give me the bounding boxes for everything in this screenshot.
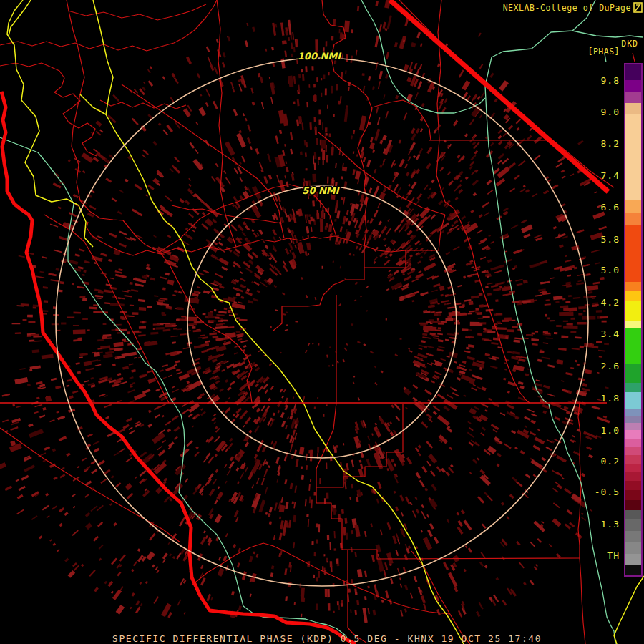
radar-echo-speckle xyxy=(459,69,464,78)
radar-echo-speckle xyxy=(243,425,245,428)
radar-echo-speckle xyxy=(306,243,311,250)
radar-echo-speckle xyxy=(527,368,530,370)
radar-echo-speckle xyxy=(305,152,307,157)
radar-echo-speckle xyxy=(316,77,318,82)
radar-echo-speckle xyxy=(18,486,25,492)
radar-echo-speckle xyxy=(420,293,424,296)
radar-echo-speckle xyxy=(331,86,333,94)
radar-echo-speckle xyxy=(163,497,170,504)
radar-echo-speckle xyxy=(179,374,190,381)
radar-echo-speckle xyxy=(401,512,404,517)
radar-echo-speckle xyxy=(441,468,446,473)
radar-echo-speckle xyxy=(117,211,122,215)
colorbar-segment xyxy=(625,439,641,447)
radar-echo-speckle xyxy=(195,149,199,154)
radar-echo-speckle xyxy=(94,352,100,357)
radar-echo-speckle xyxy=(512,268,515,270)
radar-echo-speckle xyxy=(133,331,139,333)
radar-echo-speckle xyxy=(479,64,484,69)
radar-echo-speckle xyxy=(370,351,374,353)
radar-echo-speckle xyxy=(59,507,64,512)
radar-echo-speckle xyxy=(135,283,144,287)
radar-echo-speckle xyxy=(421,530,423,532)
radar-echo-speckle xyxy=(56,411,59,414)
radar-echo-speckle xyxy=(127,493,134,499)
radar-echo-speckle xyxy=(511,224,519,229)
radar-echo-speckle xyxy=(495,299,498,302)
radar-echo-speckle xyxy=(376,544,381,552)
radar-echo-speckle xyxy=(240,340,248,343)
radar-echo-speckle xyxy=(348,87,350,91)
radar-echo-speckle xyxy=(321,140,326,148)
radar-echo-speckle xyxy=(437,415,450,426)
radar-echo-speckle xyxy=(399,338,401,340)
radar-echo-speckle xyxy=(2,394,10,397)
radar-echo-speckle xyxy=(389,421,392,424)
radar-echo-speckle xyxy=(415,447,419,452)
radar-echo-speckle xyxy=(542,356,550,359)
radar-echo-speckle xyxy=(228,396,230,399)
radar-echo-speckle xyxy=(172,325,177,326)
radar-echo-speckle xyxy=(354,525,360,537)
radar-echo-speckle xyxy=(469,118,475,125)
radar-echo-speckle xyxy=(152,565,155,568)
radar-echo-speckle xyxy=(358,397,361,401)
radar-echo-speckle xyxy=(565,255,567,258)
radar-echo-speckle xyxy=(515,279,522,282)
radar-echo-speckle xyxy=(434,537,439,544)
radar-echo-speckle xyxy=(139,326,146,329)
product-units-label: [PHAS] xyxy=(587,47,620,57)
colorbar-segment xyxy=(625,531,641,542)
radar-echo-speckle xyxy=(513,249,522,254)
radar-echo-speckle xyxy=(448,467,454,473)
radar-echo-speckle xyxy=(129,430,135,434)
radar-echo-speckle xyxy=(29,429,44,438)
colorbar-segment xyxy=(625,447,641,455)
radar-echo-speckle xyxy=(211,417,216,422)
radar-echo-speckle xyxy=(541,457,546,462)
radar-echo-speckle xyxy=(329,346,331,348)
radar-echo-speckle xyxy=(433,411,437,415)
colorbar-segment xyxy=(625,92,641,103)
radar-echo-speckle xyxy=(418,452,421,456)
radar-echo-speckle xyxy=(179,198,184,203)
radar-echo-speckle xyxy=(267,153,271,162)
radar-echo-speckle xyxy=(472,94,477,100)
radar-echo-speckle xyxy=(397,539,400,545)
radar-echo-speckle xyxy=(127,400,135,404)
radar-echo-speckle xyxy=(448,293,456,296)
radar-echo-speckle xyxy=(189,142,195,149)
radar-echo-speckle xyxy=(167,612,172,618)
radar-echo-speckle xyxy=(210,597,213,600)
radar-echo-speckle xyxy=(132,209,142,217)
radar-echo-speckle xyxy=(305,66,307,72)
radar-echo-speckle xyxy=(238,224,244,231)
radar-echo-speckle xyxy=(555,301,559,303)
radar-echo-speckle xyxy=(251,220,255,224)
colorbar-tick-label: 4.2 xyxy=(601,297,620,308)
radar-echo-speckle xyxy=(602,321,607,323)
radar-echo-speckle xyxy=(109,503,112,506)
radar-echo-speckle xyxy=(160,404,166,408)
radar-echo-speckle xyxy=(87,329,90,331)
radar-echo-speckle xyxy=(453,119,459,126)
radar-echo-speckle xyxy=(344,348,348,351)
radar-echo-speckle xyxy=(487,331,495,333)
radar-echo-speckle xyxy=(214,499,218,504)
radar-echo-speckle xyxy=(541,521,544,524)
radar-echo-speckle xyxy=(583,310,585,312)
radar-echo-speckle xyxy=(265,49,268,52)
radar-echo-speckle xyxy=(581,473,585,477)
radar-echo-speckle xyxy=(174,156,180,162)
radar-echo-speckle xyxy=(354,552,356,557)
radar-echo-speckle xyxy=(105,351,114,355)
radar-echo-speckle xyxy=(313,219,315,222)
radar-echo-speckle xyxy=(330,456,332,461)
radar-echo-speckle xyxy=(556,553,561,558)
county-boundary-line xyxy=(0,0,217,51)
radar-echo-speckle xyxy=(338,605,340,610)
radar-echo-speckle xyxy=(172,415,179,421)
radar-echo-speckle xyxy=(563,321,568,322)
radar-echo-speckle xyxy=(463,569,466,572)
radar-echo-speckle xyxy=(386,288,390,291)
